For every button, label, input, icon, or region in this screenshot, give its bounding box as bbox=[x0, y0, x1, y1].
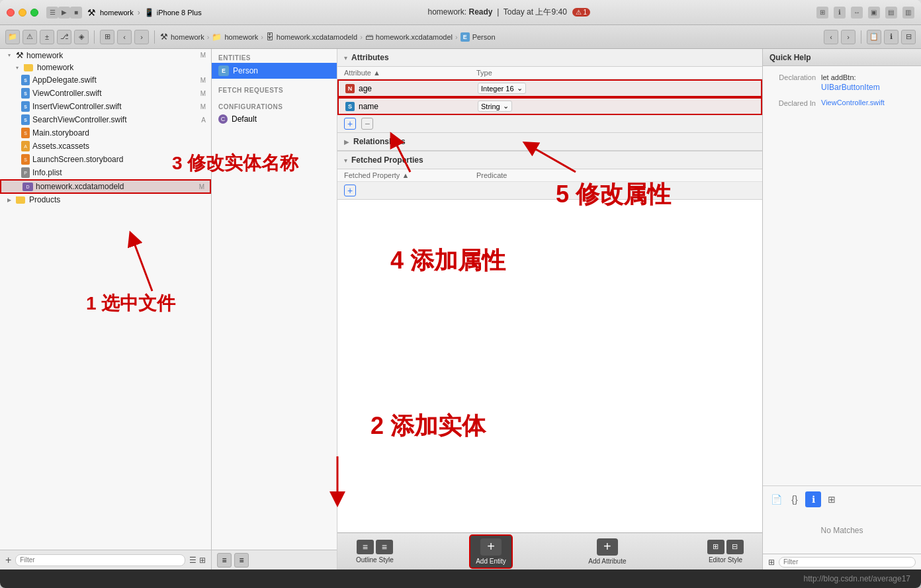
type-dropdown-name[interactable]: String ⌄ bbox=[478, 101, 512, 112]
project-status: homework: Ready | Today at 上午9:40 bbox=[427, 7, 566, 18]
entity-panel: ENTITIES E Person FETCH REQUESTS CONFIGU… bbox=[212, 49, 337, 569]
folder-icon[interactable]: 📁 bbox=[5, 30, 20, 44]
grid-view-icon[interactable]: ⊞ bbox=[199, 556, 206, 565]
fetched-properties-header[interactable]: ▾ Fetched Properties bbox=[337, 151, 762, 169]
entity-e-icon: E bbox=[218, 65, 229, 76]
attr-row-name[interactable]: S name String ⌄ bbox=[337, 97, 762, 115]
toolbar-separator3 bbox=[861, 30, 861, 44]
layout1-icon[interactable]: ▣ bbox=[868, 7, 880, 19]
type-dropdown-age[interactable]: Integer 16 ⌄ bbox=[478, 83, 526, 94]
breadcrumb-xcdatamodel[interactable]: 🗃 homework.xcdatamodel › bbox=[365, 32, 458, 42]
quick-help-title: Quick Help bbox=[769, 53, 811, 62]
sidebar-item-homework-group[interactable]: ▾ homework bbox=[0, 62, 211, 73]
outline-style-btn[interactable]: ≡ bbox=[217, 553, 232, 567]
breadcrumb-homework[interactable]: ⚒ homework › bbox=[160, 32, 209, 42]
attr-row-age[interactable]: N age Integer 16 ⌄ bbox=[337, 79, 762, 97]
attr-name-age-cell: N age bbox=[345, 84, 478, 93]
qh-filter-input[interactable] bbox=[779, 557, 916, 567]
filter-icon[interactable]: ◈ bbox=[74, 30, 89, 44]
breadcrumb-folder[interactable]: 📁 homework › bbox=[212, 32, 263, 42]
list-icon[interactable]: ☰ bbox=[189, 556, 197, 565]
col-header-predicate: Predicate bbox=[476, 171, 756, 179]
fetch-add-bar: + bbox=[337, 182, 762, 199]
relationships-header[interactable]: ▶ Relationships bbox=[337, 133, 762, 151]
git-icon[interactable]: ⎇ bbox=[57, 30, 71, 44]
attributes-header[interactable]: ▾ Attributes bbox=[337, 49, 762, 67]
sidebar-filter-input[interactable] bbox=[15, 554, 185, 566]
back-icon[interactable]: ‹ bbox=[117, 30, 132, 44]
swift-icon2: S bbox=[21, 88, 30, 99]
sidebar-item-viewcontroller[interactable]: S ViewController.swift M bbox=[0, 87, 211, 100]
layout2-icon[interactable]: ▤ bbox=[885, 7, 897, 19]
assets-icon: A bbox=[21, 141, 30, 151]
qh-no-matches: No Matches bbox=[768, 513, 916, 548]
add-fetched-btn[interactable]: + bbox=[344, 185, 356, 196]
entities-label: ENTITIES bbox=[212, 52, 337, 63]
swift-icon: S bbox=[21, 75, 30, 85]
qh-tab-doc[interactable]: 📄 bbox=[768, 491, 784, 507]
remove-attribute-btn[interactable]: − bbox=[361, 118, 373, 130]
chevron-down-attr-icon: ▾ bbox=[344, 54, 347, 62]
nav-back-icon[interactable]: ‹ bbox=[824, 30, 838, 44]
close-button[interactable] bbox=[7, 9, 15, 17]
qh-grid-icon[interactable]: ⊞ bbox=[768, 558, 775, 567]
warning-icon[interactable]: ⚠ bbox=[22, 30, 37, 44]
toolbar: 📁 ⚠ ± ⎇ ◈ ⊞ ‹ › ⚒ homework › 📁 homework … bbox=[0, 25, 921, 49]
breadcrumb-person[interactable]: E Person bbox=[460, 32, 496, 42]
sidebar-item-products[interactable]: ▶ Products bbox=[0, 194, 211, 206]
main-area: ▾ ⚒ homework M ▾ homework S AppDelegate.… bbox=[0, 49, 921, 569]
sidebar-item-searchviewcontroller[interactable]: S SearchViewController.swift A bbox=[0, 113, 211, 126]
add-entity-bottom-btn[interactable]: + Add Entity bbox=[469, 534, 513, 569]
minimize-button[interactable] bbox=[19, 9, 26, 17]
outline-style-bottom-btn[interactable]: ≡ ≡ Outline Style bbox=[351, 537, 399, 566]
maximize-button[interactable] bbox=[30, 9, 38, 17]
grid-icon[interactable]: ⊞ bbox=[100, 30, 114, 44]
inspector-icon[interactable]: ⊟ bbox=[901, 30, 916, 44]
qh-tab-info[interactable]: ℹ bbox=[805, 491, 821, 507]
forward-back-icon[interactable]: ↔ bbox=[851, 7, 863, 19]
sidebar-toggle-icon[interactable]: ☰ bbox=[46, 7, 58, 19]
qh-tab-code[interactable]: {} bbox=[787, 491, 803, 507]
qh-decl-type[interactable]: UIBarButtonItem bbox=[821, 83, 880, 92]
sidebar-item-insertviewcontroller[interactable]: S InsertViewController.swift M bbox=[0, 100, 211, 113]
info-icon[interactable]: ℹ bbox=[834, 7, 846, 19]
forward-icon[interactable]: › bbox=[134, 30, 149, 44]
panel-toggle-icon[interactable]: ⊞ bbox=[816, 7, 828, 19]
config-row-default[interactable]: C Default bbox=[212, 112, 337, 126]
add-attribute-btn[interactable]: + bbox=[344, 118, 356, 130]
editor-style2-icon: ⊟ bbox=[726, 540, 744, 554]
breadcrumb-xcdatamodeld[interactable]: 🗄 homework.xcdatamodeld › bbox=[266, 32, 363, 42]
outline-style-label: Outline Style bbox=[356, 556, 394, 564]
layout3-icon[interactable]: ▥ bbox=[902, 7, 914, 19]
entity-row-person[interactable]: E Person bbox=[212, 63, 337, 79]
sidebar-item-info-plist[interactable]: P Info.plist bbox=[0, 166, 211, 179]
badge-m4: M bbox=[199, 183, 204, 190]
right-panel-icon[interactable]: 📋 bbox=[867, 30, 881, 44]
qh-tab-grid[interactable]: ⊞ bbox=[824, 491, 840, 507]
info2-icon[interactable]: ℹ bbox=[884, 30, 899, 44]
qh-declared-in-value[interactable]: ViewController.swift bbox=[821, 99, 885, 108]
sidebar-content: ▾ ⚒ homework M ▾ homework S AppDelegate.… bbox=[0, 49, 211, 550]
add-attribute-bottom-btn[interactable]: + Add Attribute bbox=[583, 536, 631, 567]
add-entity-plus-icon: + bbox=[480, 538, 502, 556]
sidebar-item-homework-root[interactable]: ▾ ⚒ homework M bbox=[0, 49, 211, 62]
sidebar-item-assets[interactable]: A Assets.xcassets bbox=[0, 140, 211, 153]
fetched-table-header: Fetched Property ▲ Predicate bbox=[337, 169, 762, 182]
nav-forward-icon[interactable]: › bbox=[841, 30, 855, 44]
attr-name-age: age bbox=[359, 84, 372, 93]
diff-icon[interactable]: ± bbox=[40, 30, 54, 44]
sidebar-item-launchscreen[interactable]: S LaunchScreen.storyboard bbox=[0, 153, 211, 166]
outline-style-btn2[interactable]: ≡ bbox=[234, 553, 249, 567]
sidebar-item-main-storyboard[interactable]: S Main.storyboard bbox=[0, 126, 211, 140]
stop-button[interactable]: ■ bbox=[70, 7, 82, 19]
attributes-section: ▾ Attributes Attribute ▲ Type N age bbox=[337, 49, 762, 133]
sidebar-item-appdelegate[interactable]: S AppDelegate.swift M bbox=[0, 73, 211, 87]
sidebar-item-xcdatamodeld[interactable]: D homework.xcdatamodeld M bbox=[0, 179, 211, 194]
play-button[interactable]: ▶ bbox=[58, 7, 70, 19]
relationships-section: ▶ Relationships bbox=[337, 133, 762, 151]
badge-m1: M bbox=[200, 77, 206, 84]
config-icon: C bbox=[218, 114, 228, 124]
add-file-icon[interactable]: + bbox=[5, 554, 11, 566]
badge-a: A bbox=[201, 116, 206, 124]
editor-style-bottom-btn[interactable]: ⊞ ⊟ Editor Style bbox=[702, 537, 749, 566]
